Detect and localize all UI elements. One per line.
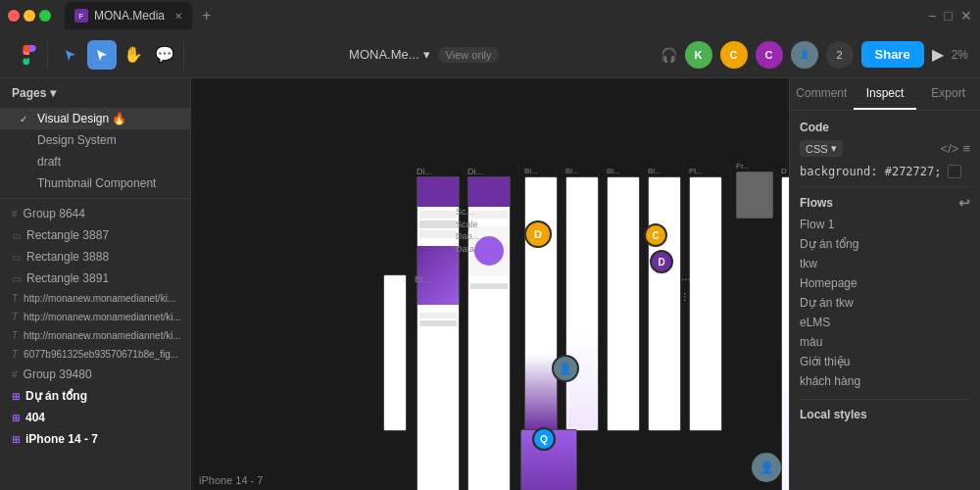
select-tool-button[interactable] xyxy=(87,40,117,70)
code-row: CSS ▾ </> ≡ xyxy=(800,140,970,157)
new-tab-button[interactable]: + xyxy=(202,7,211,24)
flows-arrow-icon[interactable]: ↩ xyxy=(958,195,970,211)
canvas-avatar-d2[interactable]: D xyxy=(650,250,673,273)
flow-item-6[interactable]: màu xyxy=(800,332,970,352)
color-swatch[interactable] xyxy=(948,165,961,178)
flow-item-1[interactable]: Dự án tổng xyxy=(800,234,970,254)
layer-icon: ▭ xyxy=(12,230,21,241)
layer-text-2[interactable]: T http://monanew.monamediannet/ki... xyxy=(0,308,190,326)
flow-item-2[interactable]: tkw xyxy=(800,254,970,273)
sidebar-item-label: Design System xyxy=(37,133,117,147)
layer-rect-3887[interactable]: ▭ Rectangle 3887 xyxy=(0,224,190,246)
sidebar-divider xyxy=(0,198,190,199)
layer-label: Group 8644 xyxy=(24,207,85,220)
layer-text-4[interactable]: T 6077b961325eb93570671b8e_fig... xyxy=(0,345,190,364)
flow-item-8[interactable]: khách hàng xyxy=(800,371,970,391)
right-panel: Comment Inspect Export Code CSS ▾ </> ≡ … xyxy=(789,78,980,490)
frame-thumb-di1[interactable] xyxy=(416,176,460,490)
flow-item-4[interactable]: Dự án tkw xyxy=(800,293,970,313)
layer-icon: T xyxy=(12,330,18,341)
layer-label: Dự án tổng xyxy=(25,389,87,403)
layer-text-1[interactable]: T http://monanew.monamedianet/ki... xyxy=(0,289,190,308)
frame-thumb-bl2[interactable] xyxy=(565,176,599,431)
tab-export[interactable]: Export xyxy=(916,78,980,110)
maximize-button[interactable] xyxy=(39,10,51,22)
titlebar: F MONA.Media ✕ + − □ ✕ xyxy=(0,0,980,31)
code-menu-icon[interactable]: ≡ xyxy=(962,141,970,156)
bottom-right-avatar[interactable]: 👤 xyxy=(752,453,781,482)
pages-label: Pages xyxy=(12,86,46,100)
tab-inspect[interactable]: Inspect xyxy=(854,78,917,110)
frame-thumb-d1[interactable] xyxy=(781,176,789,490)
play-button[interactable]: ▶ xyxy=(932,45,944,64)
comment-tool-button[interactable]: 💬 xyxy=(150,40,179,70)
section-divider-1 xyxy=(800,186,970,187)
frame-thumb-small-left[interactable] xyxy=(383,274,407,431)
tab-favicon: F xyxy=(74,9,88,23)
frame-label-pl: Pl... xyxy=(689,167,703,175)
layer-icon: ⊞ xyxy=(12,413,20,423)
sidebar-item-design-system[interactable]: Design System xyxy=(0,129,190,151)
css-badge[interactable]: CSS ▾ xyxy=(800,140,843,157)
layer-text-3[interactable]: T http://monanew.monamediannet/ki... xyxy=(0,326,190,345)
close-window-icon[interactable]: ✕ xyxy=(960,8,972,24)
check-icon: ✓ xyxy=(20,114,31,124)
notification-badge[interactable]: 2 xyxy=(826,41,854,69)
flow-item-7[interactable]: Giới thiệu xyxy=(800,352,970,371)
layer-group-8644[interactable]: # Group 8644 xyxy=(0,203,190,224)
tab-close-icon[interactable]: ✕ xyxy=(174,11,182,22)
main-toolbar: ✋ 💬 MONA.Me... ▾ View only 🎧 K C C 👤 2 S… xyxy=(0,31,980,78)
layer-icon: T xyxy=(12,312,18,322)
frame-thumb-pl[interactable] xyxy=(689,176,722,431)
sidebar-item-visual-design[interactable]: ✓ Visual Design 🔥 xyxy=(0,108,190,129)
canvas-avatar-user-photo[interactable]: 👤 xyxy=(552,355,579,382)
code-view-icon[interactable]: </> xyxy=(941,141,959,156)
maximize-window-icon[interactable]: □ xyxy=(945,8,953,24)
figma-logo[interactable] xyxy=(16,41,43,69)
layer-404[interactable]: ⊞ 404 xyxy=(0,407,190,428)
layer-label: http://monanew.monamediannet/ki... xyxy=(24,312,181,322)
canvas-avatar-q[interactable]: Q xyxy=(532,427,556,451)
hand-tool-button[interactable]: ✋ xyxy=(119,40,148,70)
layer-iphone-14-7[interactable]: ⊞ iPhone 14 - 7 xyxy=(0,428,190,450)
minimize-button[interactable] xyxy=(24,10,35,22)
sidebar: Pages ▾ ✓ Visual Design 🔥 Design System … xyxy=(0,78,191,490)
avatar-k[interactable]: K xyxy=(685,41,712,69)
sidebar-item-thumbnail[interactable]: Thumbnail Component xyxy=(0,172,190,194)
sidebar-item-draft[interactable]: draft xyxy=(0,151,190,172)
canvas-avatar-d1[interactable]: D xyxy=(524,220,552,248)
pages-header[interactable]: Pages ▾ xyxy=(0,78,190,108)
frame-label-di1: Di... xyxy=(416,167,432,176)
tab-comment[interactable]: Comment xyxy=(790,78,854,110)
share-button[interactable]: Share xyxy=(861,41,924,68)
close-button[interactable] xyxy=(8,10,20,22)
move-tool-button[interactable] xyxy=(56,40,85,70)
layer-label: Group 39480 xyxy=(24,368,92,381)
flow-item-0[interactable]: Flow 1 xyxy=(800,215,970,234)
canvas[interactable]: Di... Di... Bl... Bl... Bl... Bl... Pl..… xyxy=(191,78,789,490)
layer-group-39480[interactable]: # Group 39480 xyxy=(0,364,190,385)
layer-rect-3888[interactable]: ▭ Rectangle 3888 xyxy=(0,246,190,268)
app-title[interactable]: MONA.Me... ▾ xyxy=(349,47,430,62)
layer-rect-3891[interactable]: ▭ Rectangle 3891 xyxy=(0,268,190,289)
flow-item-5[interactable]: eLMS xyxy=(800,313,970,332)
frame-thumb-bl4[interactable] xyxy=(648,176,681,431)
layer-du-an-tong[interactable]: ⊞ Dự án tổng xyxy=(0,385,190,407)
active-tab[interactable]: F MONA.Media ✕ xyxy=(65,2,192,29)
frame-label-fr: Fr... xyxy=(736,162,750,171)
frame-thumb-bl1[interactable] xyxy=(524,176,558,431)
sidebar-item-label: Visual Design 🔥 xyxy=(37,112,127,125)
frame-thumb-bl3[interactable] xyxy=(607,176,640,431)
section-divider-2 xyxy=(800,399,970,400)
avatar-user[interactable]: 👤 xyxy=(791,41,818,69)
minimize-window-icon[interactable]: − xyxy=(928,8,936,24)
code-icons: </> ≡ xyxy=(941,141,970,156)
avatar-c2[interactable]: C xyxy=(756,41,783,69)
canvas-avatar-c[interactable]: C xyxy=(644,223,667,247)
headphone-icon[interactable]: 🎧 xyxy=(661,47,677,63)
frame-thumb-fr[interactable] xyxy=(736,172,773,219)
flow-item-3[interactable]: Homepage xyxy=(800,273,970,293)
sidebar-item-label: draft xyxy=(37,155,61,169)
avatar-c1[interactable]: C xyxy=(720,41,748,69)
flows-header: Flows ↩ xyxy=(800,195,970,211)
